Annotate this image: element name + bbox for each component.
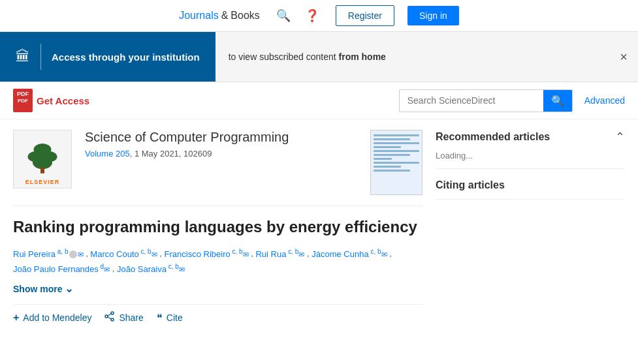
thumb-line-3 bbox=[374, 142, 419, 144]
get-access-button[interactable]: PDF Get Access bbox=[13, 89, 89, 112]
author-mail-joao-saraiva[interactable]: ✉ bbox=[179, 265, 185, 273]
add-mendeley-label: Add to Mendeley bbox=[23, 312, 91, 323]
search-submit-button[interactable]: 🔍 bbox=[543, 90, 572, 112]
author-link-rui-pereira[interactable]: Rui Pereira bbox=[13, 249, 56, 259]
journal-volume: Volume 205, 1 May 2021, 102609 bbox=[85, 149, 357, 159]
author-link-jacome[interactable]: Jácome Cunha bbox=[311, 249, 368, 259]
thumb-line-10 bbox=[374, 170, 410, 172]
journal-header: ELSEVIER Science of Computer Programming… bbox=[13, 130, 423, 206]
nav-ampersand: & bbox=[221, 10, 229, 22]
thumb-line-4 bbox=[374, 146, 401, 148]
svg-point-6 bbox=[111, 318, 114, 321]
author-joao-saraiva: João Saraiva c, b✉ bbox=[117, 264, 185, 274]
svg-point-7 bbox=[105, 315, 108, 318]
thumb-line-9 bbox=[374, 166, 401, 168]
cite-icon: ❝ bbox=[157, 312, 163, 324]
svg-point-3 bbox=[33, 157, 52, 170]
author-mail-rui-rua[interactable]: ✉ bbox=[298, 250, 304, 258]
svg-line-8 bbox=[108, 314, 111, 316]
thumb-line-2 bbox=[374, 138, 410, 140]
journal-cover-thumbnail bbox=[370, 130, 423, 195]
author-marco-couto: Marco Couto c, b✉ bbox=[90, 249, 159, 259]
svg-point-5 bbox=[111, 312, 114, 314]
author-link-marco[interactable]: Marco Couto bbox=[90, 249, 138, 259]
recommended-loading-text: Loading... bbox=[436, 144, 625, 160]
elsevier-logo: ELSEVIER bbox=[13, 130, 72, 189]
nav-icons: 🔍 ❓ bbox=[273, 5, 323, 26]
elsevier-tree-svg bbox=[23, 140, 62, 179]
access-through-institution-text[interactable]: Access through your institution bbox=[52, 52, 200, 63]
sidebar: Recommended articles ⌃ Loading... Citing… bbox=[436, 130, 625, 324]
institution-banner: 🏛 Access through your institution to vie… bbox=[0, 32, 638, 82]
author-mail-marco[interactable]: ✉ bbox=[152, 250, 157, 258]
cite-label: Cite bbox=[167, 312, 183, 323]
citing-articles-section: Citing articles bbox=[436, 179, 625, 200]
author-mail-francisco[interactable]: ✉ bbox=[243, 250, 249, 258]
author-link-rui-rua[interactable]: Rui Rua bbox=[255, 249, 286, 259]
authors-list: Rui Pereira a, b✉ , Marco Couto c, b✉ , … bbox=[13, 246, 423, 276]
author-mail-rui[interactable]: ✉ bbox=[78, 250, 84, 258]
journals-link[interactable]: Journals bbox=[179, 10, 218, 22]
advanced-link[interactable]: Advanced bbox=[584, 95, 625, 106]
article-id: 102609 bbox=[183, 149, 212, 159]
author-link-joao-paulo[interactable]: João Paulo Fernandes bbox=[13, 264, 99, 274]
thumb-line-5 bbox=[374, 150, 419, 152]
banner-right-text: to view subscribed content from home bbox=[215, 52, 610, 62]
search-icon-btn[interactable]: 🔍 bbox=[273, 5, 294, 26]
institution-left[interactable]: 🏛 Access through your institution bbox=[0, 32, 215, 82]
help-icon-btn[interactable]: ❓ bbox=[302, 5, 323, 26]
thumbnail-content bbox=[374, 134, 419, 174]
recommended-articles-header[interactable]: Recommended articles ⌃ bbox=[436, 130, 625, 144]
share-button[interactable]: Share bbox=[104, 311, 143, 324]
divider bbox=[40, 44, 41, 70]
add-to-mendeley-button[interactable]: + Add to Mendeley bbox=[13, 312, 91, 324]
thumb-line-1 bbox=[374, 134, 419, 136]
search-submit-icon: 🔍 bbox=[551, 95, 564, 106]
show-more-button[interactable]: Show more ⌄ bbox=[13, 282, 73, 295]
volume-link[interactable]: Volume 205 bbox=[85, 149, 130, 159]
author-francisco-ribeiro: Francisco Ribeiro c, b✉ bbox=[165, 249, 251, 259]
thumb-line-7 bbox=[374, 158, 392, 160]
thumb-line-8 bbox=[374, 162, 419, 164]
article-section: ELSEVIER Science of Computer Programming… bbox=[13, 130, 423, 324]
institution-icon: 🏛 bbox=[16, 48, 30, 65]
pdf-label: PDF bbox=[17, 91, 29, 97]
author-link-joao-saraiva[interactable]: João Saraiva bbox=[117, 264, 167, 274]
article-actions: + Add to Mendeley Share ❝ Cite bbox=[13, 304, 423, 324]
share-icon bbox=[104, 311, 115, 324]
article-title: Ranking programming languages by energy … bbox=[13, 217, 423, 237]
main-content: ELSEVIER Science of Computer Programming… bbox=[0, 119, 638, 324]
share-label: Share bbox=[119, 312, 143, 323]
top-nav: Journals & Books 🔍 ❓ Register Sign in bbox=[0, 0, 638, 32]
signin-button[interactable]: Sign in bbox=[407, 6, 459, 25]
author-joao-paulo: João Paulo Fernandes d✉ bbox=[13, 264, 112, 274]
author-mail-jacome[interactable]: ✉ bbox=[381, 250, 387, 258]
journal-info: Science of Computer Programming Volume 2… bbox=[85, 130, 357, 159]
author-sup-marco: c, b bbox=[139, 247, 152, 254]
banner-close-button[interactable]: × bbox=[609, 50, 638, 65]
recommended-articles-title: Recommended articles bbox=[436, 131, 550, 143]
author-sup-joao-saraiva: c, b bbox=[167, 262, 179, 269]
books-link[interactable]: Books bbox=[231, 10, 259, 22]
search-input[interactable] bbox=[400, 91, 543, 110]
pdf-icon: PDF bbox=[13, 89, 33, 112]
citing-articles-title: Citing articles bbox=[436, 177, 505, 190]
author-jacome-cunha: Jácome Cunha c, b✉ bbox=[311, 249, 389, 259]
author-icon-rui bbox=[69, 250, 77, 258]
author-mail-joao-paulo[interactable]: ✉ bbox=[104, 265, 110, 273]
journal-date: 1 May 2021 bbox=[135, 149, 179, 159]
author-link-francisco[interactable]: Francisco Ribeiro bbox=[165, 249, 231, 259]
cite-button[interactable]: ❝ Cite bbox=[157, 312, 183, 324]
collapse-icon[interactable]: ⌃ bbox=[615, 130, 625, 144]
svg-rect-4 bbox=[40, 168, 44, 174]
nav-links: Journals & Books bbox=[179, 10, 260, 22]
author-rui-pereira: Rui Pereira a, b✉ bbox=[13, 249, 86, 259]
add-mendeley-icon: + bbox=[13, 312, 19, 324]
register-button[interactable]: Register bbox=[336, 5, 394, 26]
help-icon: ❓ bbox=[305, 8, 319, 23]
chevron-down-icon: ⌄ bbox=[65, 282, 73, 295]
author-sup-jacome: c, b bbox=[369, 247, 381, 254]
author-sup-joao-paulo: d bbox=[99, 262, 104, 269]
recommended-articles-section: Recommended articles ⌃ Loading... bbox=[436, 130, 625, 169]
search-row: PDF Get Access 🔍 Advanced bbox=[0, 82, 638, 119]
